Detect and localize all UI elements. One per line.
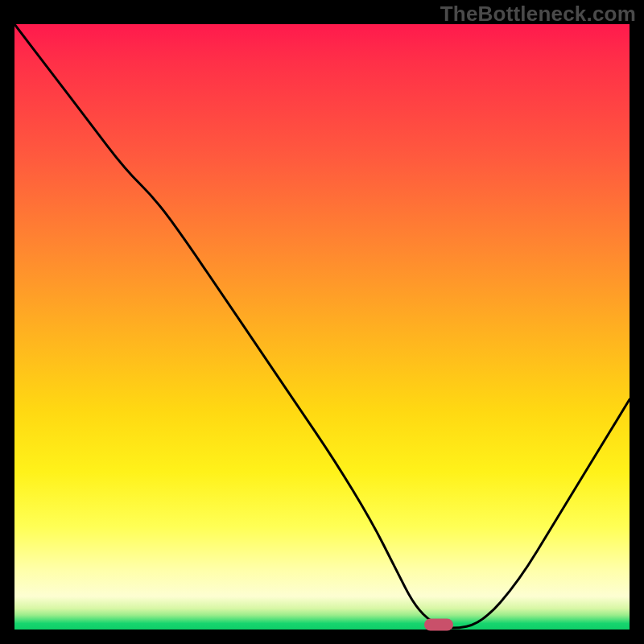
optimal-marker	[424, 619, 453, 631]
curve-layer	[14, 24, 630, 630]
plot-frame	[14, 24, 630, 630]
watermark-text: TheBottleneck.com	[440, 2, 636, 27]
chart-container: TheBottleneck.com	[0, 0, 644, 644]
bottleneck-curve-path	[14, 24, 630, 628]
